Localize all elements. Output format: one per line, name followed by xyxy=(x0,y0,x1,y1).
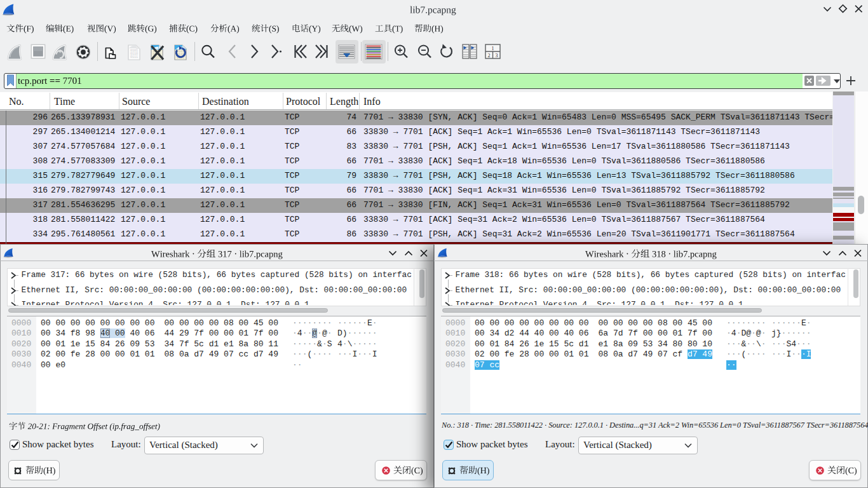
svg-text:2: 2 xyxy=(488,53,491,58)
svg-text:3: 3 xyxy=(496,53,498,58)
svg-text:0111: 0111 xyxy=(130,55,138,59)
svg-text:1: 1 xyxy=(492,46,494,51)
